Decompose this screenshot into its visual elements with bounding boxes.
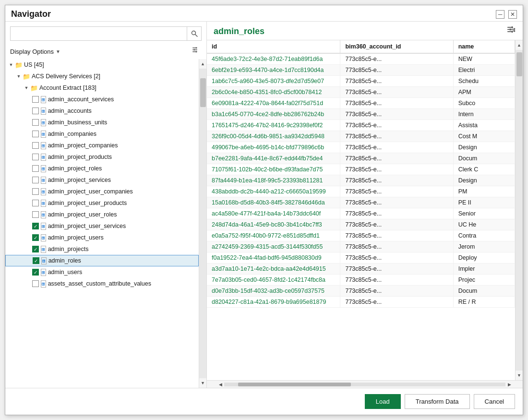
table-row[interactable]: 71075f61-102b-40c2-b6be-d93fadae7d75773c… <box>207 164 515 175</box>
table-row[interactable]: d8204227-c81a-42a1-8679-b9a695e81879773c… <box>207 297 515 308</box>
scroll-up-arrow[interactable]: ▲ <box>199 59 207 69</box>
table-row[interactable]: a3d7aa10-1e71-4e2c-bdca-aa42e4d64915773c… <box>207 264 515 275</box>
checkbox-admin_users[interactable]: ✓ <box>32 269 39 276</box>
table-row[interactable]: 15a0168b-d5d8-40b3-84f5-3827846d46da773c… <box>207 197 515 208</box>
tree-item-admin-project-user-companies[interactable]: ⊞admin_project_user_companies <box>5 186 199 197</box>
settings-icon-button[interactable] <box>190 46 202 57</box>
checkbox-admin_business_units[interactable] <box>32 119 39 126</box>
tree-item-admin-projects[interactable]: ✓⊞admin_projects <box>5 243 199 255</box>
display-options-button[interactable]: Display Options ▼ <box>10 48 60 55</box>
tree-item-admin-companies[interactable]: ⊞admin_companies <box>5 128 199 140</box>
cell-name: Senior <box>453 208 515 219</box>
horizontal-scrollbar: ◀ ▶ <box>207 380 523 388</box>
tree-item-admin-project-services[interactable]: ⊞admin_project_services <box>5 174 199 186</box>
tree-item-admin-project-user-services[interactable]: ✓⊞admin_project_user_services <box>5 220 199 232</box>
checkbox-admin_companies[interactable] <box>32 131 39 137</box>
tree-area: ▼ 📁 US [45] ▼ 📁 ACS Delivery Services [2… <box>5 59 206 388</box>
cell-name: PM <box>453 186 515 197</box>
cell-bim360: 773c85c5-e... <box>340 120 453 131</box>
tree-item-admin-project-user-roles[interactable]: ⊞admin_project_user_roles <box>5 209 199 220</box>
tree-item-admin-roles[interactable]: ✓⊞admin_roles <box>5 255 199 266</box>
tree-item-admin-project-products[interactable]: ⊞admin_project_products <box>5 151 199 163</box>
table-row[interactable]: f0a19522-7ea4-4fad-bdf6-945d880830d9773c… <box>207 252 515 264</box>
cell-name: Intern <box>453 109 515 120</box>
checkbox-admin_project_user_roles[interactable] <box>32 211 39 218</box>
checkbox-admin_project_products[interactable] <box>32 154 39 160</box>
table-row[interactable]: 499067be-a6eb-4695-b14c-bfd779896c6b773c… <box>207 142 515 153</box>
checkbox-admin_project_user_companies[interactable] <box>32 188 39 195</box>
table-row[interactable]: b7ee2281-9afa-441e-8c67-edd44fb75de4773c… <box>207 153 515 164</box>
cell-id: a3d7aa10-1e71-4e2c-bdca-aa42e4d64915 <box>207 264 340 275</box>
tree-item-assets-asset-custom-attribute-values[interactable]: ⊞assets_asset_custom_attribute_values <box>5 278 199 289</box>
cell-bim360: 773c85c5-e... <box>340 230 453 241</box>
tree-node-acs[interactable]: ▼ 📁 ACS Delivery Services [2] <box>5 71 199 82</box>
checkbox-admin_project_roles[interactable] <box>32 165 39 172</box>
table-row[interactable]: 248d74da-46a1-45e9-bc80-3b41c4bc7ff3773c… <box>207 219 515 230</box>
vertical-scrollbar: ▲ ▼ <box>199 59 206 388</box>
table-row[interactable]: 326f9c00-05d4-4d6b-9851-aa9342dd5948773c… <box>207 131 515 142</box>
table-row[interactable]: 6ebf2e19-e593-4470-a4ce-1d7cc8190d4a773c… <box>207 65 515 76</box>
search-input[interactable] <box>11 28 187 40</box>
tree-item-label: admin_users <box>48 269 83 276</box>
table-row[interactable]: 6e09081a-4222-470a-8644-fa02f75d751d773c… <box>207 98 515 109</box>
tree-item-admin-project-roles[interactable]: ⊞admin_project_roles <box>5 163 199 174</box>
tree-item-admin-account-services[interactable]: ⊞admin_account_services <box>5 94 199 105</box>
tree-node-us[interactable]: ▼ 📁 US [45] <box>5 59 199 71</box>
cell-bim360: 773c85c5-e... <box>340 87 453 98</box>
table-row[interactable]: d0e7d3bb-15df-4032-ad3b-ce0597d37575773c… <box>207 286 515 297</box>
cancel-button[interactable]: Cancel <box>474 394 515 409</box>
checkbox-admin_project_user_services[interactable]: ✓ <box>32 223 39 229</box>
hscroll-left-arrow[interactable]: ◀ <box>216 382 224 387</box>
table-row[interactable]: 17651475-d246-47b2-8416-9c29398ef0f2773c… <box>207 120 515 131</box>
table-row[interactable]: 7e7a03b05-ced0-4657-8fd2-1c42174fbc8a773… <box>207 275 515 286</box>
table-row[interactable]: 45f6ade3-72c2-4e3e-87d2-71eab89f1d6a773c… <box>207 53 515 65</box>
cell-bim360: 773c85c5-e... <box>340 98 453 109</box>
tree-item-admin-business-units[interactable]: ⊞admin_business_units <box>5 117 199 128</box>
search-container <box>10 26 202 41</box>
tree-node-account-extract[interactable]: ▼ 📁 Account Extract [183] <box>5 82 199 94</box>
search-button[interactable] <box>187 27 201 40</box>
table-row[interactable]: 438abddb-dc2b-4440-a212-c66650a19599773c… <box>207 186 515 197</box>
tree-content: ▼ 📁 US [45] ▼ 📁 ACS Delivery Services [2… <box>5 59 199 388</box>
close-button[interactable]: ✕ <box>508 10 517 19</box>
checkbox-admin_projects[interactable]: ✓ <box>32 246 39 252</box>
checkbox-admin_project_companies[interactable] <box>32 142 39 149</box>
tree-item-admin-project-companies[interactable]: ⊞admin_project_companies <box>5 140 199 151</box>
checkbox-admin_account_services[interactable] <box>32 96 39 103</box>
cell-name: RE / R <box>453 297 515 308</box>
checkbox-admin_project_users[interactable]: ✓ <box>32 234 39 241</box>
scroll-down-arrow[interactable]: ▼ <box>199 378 207 388</box>
checkbox-assets_asset_custom_attribute_values[interactable] <box>32 280 39 287</box>
table-row[interactable]: ac4a580e-477f-421f-ba4a-14b73ddc640f773c… <box>207 208 515 219</box>
checkbox-admin_project_user_products[interactable] <box>32 200 39 206</box>
right-panel: admin_roles <box>207 22 523 388</box>
table-row[interactable]: 2b6c0c4e-b850-4351-8fc0-d5cf00b78412773c… <box>207 87 515 98</box>
tree-item-admin-users[interactable]: ✓⊞admin_users <box>5 266 199 278</box>
checkbox-admin_roles[interactable]: ✓ <box>33 257 39 264</box>
table-row[interactable]: a2742459-2369-4315-acd5-3144f530fd55773c… <box>207 241 515 252</box>
cell-name: PE II <box>453 197 515 208</box>
table-row[interactable]: b3a1c645-0770-4ce2-8dfe-bb286762b24b773c… <box>207 109 515 120</box>
load-button[interactable]: Load <box>365 394 401 409</box>
cell-id: 71075f61-102b-40c2-b6be-d93fadae7d75 <box>207 164 340 175</box>
tree-items-container: ⊞admin_account_services⊞admin_accounts⊞a… <box>5 94 199 289</box>
cell-name: UC He <box>453 219 515 230</box>
tree-item-label: admin_project_roles <box>48 165 102 172</box>
checkbox-admin_accounts[interactable] <box>32 108 39 114</box>
table-scroll-up[interactable]: ▲ <box>516 40 523 50</box>
tree-item-admin-project-users[interactable]: ✓⊞admin_project_users <box>5 232 199 243</box>
tree-item-admin-accounts[interactable]: ⊞admin_accounts <box>5 105 199 117</box>
table-scroll-down[interactable]: ▼ <box>516 371 523 380</box>
window-controls: ─ ✕ <box>496 10 517 19</box>
minimize-button[interactable]: ─ <box>496 10 504 19</box>
cell-bim360: 773c85c5-e... <box>340 286 453 297</box>
table-row[interactable]: 87fa4449-b1ea-418f-99c5-23393b811281773c… <box>207 175 515 186</box>
table-row[interactable]: 1ab6c7c5-a960-43e5-8073-dfe2d7d59e07773c… <box>207 76 515 87</box>
transform-data-button[interactable]: Transform Data <box>405 394 470 409</box>
checkbox-admin_project_services[interactable] <box>32 177 39 183</box>
cell-id: 7e7a03b05-ced0-4657-8fd2-1c42174fbc8a <box>207 275 340 286</box>
table-row[interactable]: e0a5a752-f95f-40b0-9772-e851d85dffd1773c… <box>207 230 515 241</box>
hscroll-right-arrow[interactable]: ▶ <box>505 382 513 387</box>
tree-item-admin-project-user-products[interactable]: ⊞admin_project_user_products <box>5 197 199 209</box>
preview-settings-button[interactable] <box>506 25 516 37</box>
